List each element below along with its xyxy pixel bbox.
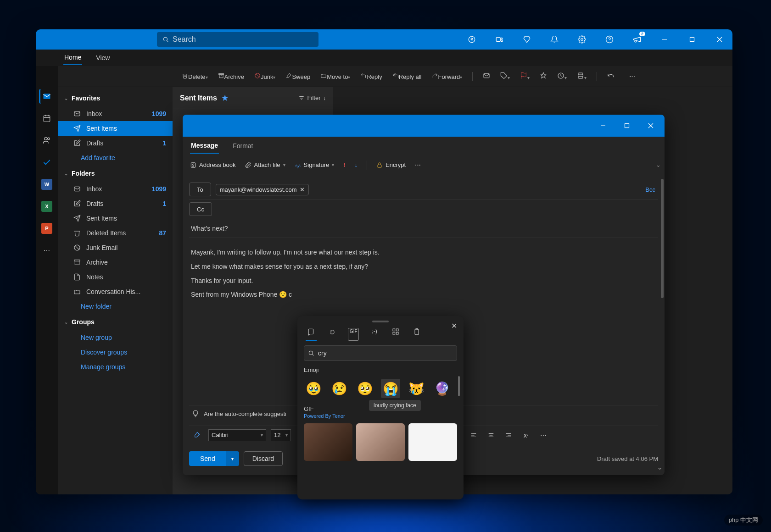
sweep-button[interactable]: Sweep [285, 72, 310, 80]
font-select[interactable]: Calibri▾ [208, 429, 266, 441]
snooze-icon[interactable]: ▾ [557, 72, 567, 81]
picker-close-icon[interactable]: ✕ [449, 320, 459, 332]
folder-junk[interactable]: Junk Email [58, 240, 173, 255]
emoji-tab-smiley-icon[interactable]: ☺ [327, 328, 338, 341]
junk-button[interactable]: Junk▾ [254, 72, 275, 80]
folder-archive[interactable]: Archive [58, 255, 173, 270]
read-unread-icon[interactable] [483, 72, 490, 81]
sidebar-item-drafts[interactable]: Drafts1 [58, 136, 173, 150]
folder-inbox[interactable]: Inbox1099 [58, 182, 173, 196]
move-to-button[interactable]: Move to▾ [320, 72, 350, 80]
skype-icon[interactable] [463, 30, 481, 49]
format-more-icon[interactable]: ⋯ [537, 429, 550, 442]
gif-result[interactable] [408, 423, 457, 461]
global-search[interactable]: Search [157, 32, 318, 47]
address-book-button[interactable]: Address book [190, 161, 236, 168]
rail-word-icon[interactable]: W [39, 177, 54, 192]
print-icon[interactable]: ▾ [577, 72, 587, 81]
rail-more-apps-icon[interactable]: ⋯ [39, 243, 54, 258]
compose-expand-icon[interactable]: ⌄ [657, 463, 663, 471]
emoji-tab-clipboard-icon[interactable] [411, 328, 422, 341]
emoji-option[interactable]: 😢 [330, 379, 349, 398]
folder-deleted[interactable]: Deleted Items87 [58, 226, 173, 240]
whats-new-icon[interactable]: 2 [628, 30, 646, 49]
emoji-search[interactable] [304, 345, 457, 361]
emoji-option[interactable]: 😿 [407, 379, 426, 398]
emoji-option[interactable]: 😭 [381, 379, 400, 398]
help-icon[interactable] [600, 30, 619, 49]
attach-file-button[interactable]: Attach file▾ [245, 161, 285, 168]
emoji-tab-kaomoji-icon[interactable]: ;-) [369, 328, 380, 341]
rail-calendar-icon[interactable] [39, 111, 54, 126]
picker-grip[interactable] [372, 321, 389, 322]
compose-close-button[interactable] [641, 117, 661, 134]
gif-result[interactable] [356, 423, 405, 461]
bcc-link[interactable]: Bcc [645, 186, 655, 193]
discover-groups-link[interactable]: Discover groups [58, 345, 173, 360]
reply-button[interactable]: Reply [360, 72, 382, 80]
emoji-scrollbar[interactable] [458, 376, 460, 396]
close-button[interactable] [710, 30, 729, 49]
compose-tab-message[interactable]: Message [190, 138, 219, 154]
undo-icon[interactable] [607, 72, 615, 81]
star-icon[interactable]: ★ [222, 94, 228, 102]
discard-button[interactable]: Discard [244, 451, 283, 466]
emoji-tab-recent-icon[interactable] [306, 328, 317, 341]
add-favorite-link[interactable]: Add favorite [58, 150, 173, 165]
subject-field[interactable]: What's next? [189, 219, 658, 238]
rail-powerpoint-icon[interactable]: P [39, 221, 54, 236]
new-group-link[interactable]: New group [58, 330, 173, 345]
groups-header[interactable]: ⌄Groups [58, 314, 173, 330]
encrypt-button[interactable]: Encrypt [376, 161, 406, 168]
folder-notes[interactable]: Notes [58, 270, 173, 284]
reply-all-button[interactable]: Reply all [392, 72, 422, 80]
importance-high-icon[interactable]: ! [343, 161, 345, 168]
rail-todo-icon[interactable] [39, 155, 54, 170]
signature-button[interactable]: Signature▾ [295, 161, 335, 168]
send-button[interactable]: Send [189, 451, 226, 466]
tab-home[interactable]: Home [63, 51, 82, 65]
emoji-option[interactable]: 🥺 [355, 379, 374, 398]
settings-icon[interactable] [573, 30, 591, 49]
delete-button[interactable]: Delete▾ [182, 72, 208, 80]
emoji-search-input[interactable] [318, 349, 453, 357]
new-folder-link[interactable]: New folder [58, 299, 173, 314]
font-size-select[interactable]: 12▾ [271, 429, 291, 441]
pin-icon[interactable] [540, 72, 547, 81]
teams-icon[interactable] [490, 30, 508, 49]
superscript-icon[interactable]: x² [520, 429, 532, 442]
format-painter-icon[interactable] [191, 429, 204, 442]
emoji-option[interactable]: 🥹 [304, 379, 323, 398]
folders-header[interactable]: ⌄Folders [58, 165, 173, 182]
compose-scrollbar[interactable] [661, 179, 664, 298]
minimize-button[interactable] [655, 30, 674, 49]
gif-result[interactable] [304, 423, 352, 461]
manage-groups-link[interactable]: Manage groups [58, 360, 173, 374]
more-icon[interactable]: ⋯ [629, 73, 635, 80]
notifications-icon[interactable] [545, 30, 564, 49]
rail-mail-icon[interactable] [39, 89, 54, 104]
folder-drafts[interactable]: Drafts1 [58, 196, 173, 211]
compose-toolbar-collapse-icon[interactable]: ⌄ [656, 161, 661, 168]
sidebar-item-inbox[interactable]: Inbox1099 [58, 106, 173, 121]
align-left-icon[interactable] [467, 429, 480, 442]
rail-excel-icon[interactable]: X [39, 199, 54, 214]
tab-view[interactable]: View [95, 51, 111, 64]
compose-minimize-button[interactable] [593, 117, 613, 134]
compose-maximize-button[interactable] [617, 117, 637, 134]
maximize-button[interactable] [683, 30, 701, 49]
favorites-header[interactable]: ⌄Favorites [58, 90, 173, 106]
forward-button[interactable]: Forward▾ [432, 72, 463, 80]
sidebar-item-sent[interactable]: Sent Items [58, 121, 173, 136]
align-center-icon[interactable] [485, 429, 497, 442]
recipient-chip[interactable]: mayank@windowslatest.com✕ [216, 184, 309, 195]
emoji-tab-symbols-icon[interactable] [390, 328, 401, 341]
cc-button[interactable]: Cc [189, 202, 212, 216]
remove-recipient-icon[interactable]: ✕ [300, 186, 305, 193]
archive-button[interactable]: Archive [218, 72, 244, 80]
align-right-icon[interactable] [502, 429, 515, 442]
emoji-option[interactable]: 🔮 [432, 379, 452, 398]
premium-icon[interactable] [518, 30, 536, 49]
flag-icon[interactable]: ▾ [520, 72, 530, 81]
tag-icon[interactable]: ▾ [500, 72, 510, 81]
